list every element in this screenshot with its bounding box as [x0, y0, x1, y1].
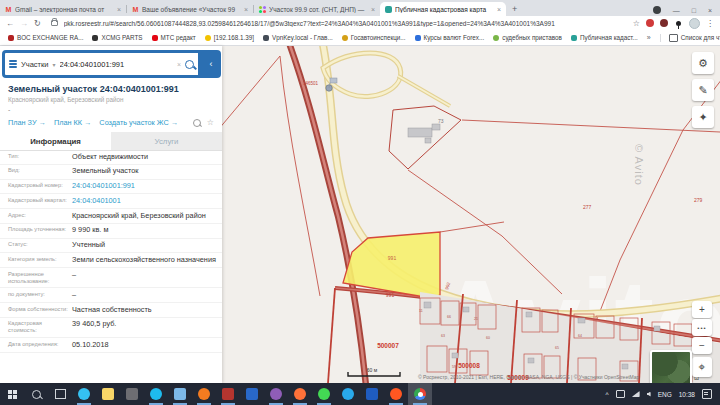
- zoom-in-button[interactable]: +: [692, 301, 712, 318]
- parcel-991-label: 991: [386, 292, 395, 298]
- network-icon[interactable]: [632, 391, 640, 397]
- attribute-row: Тип:Объект недвижимости: [0, 150, 222, 165]
- cadastral-map[interactable]: Avito: [222, 46, 720, 383]
- forward-button[interactable]: →: [20, 19, 28, 28]
- touchpad-icon[interactable]: [616, 390, 625, 398]
- taskbar-app-edge[interactable]: [72, 383, 96, 405]
- orange-app-icon: [198, 388, 210, 400]
- language-indicator[interactable]: ENG: [658, 391, 672, 398]
- browser-update-icon[interactable]: [653, 6, 661, 14]
- bookmark-item[interactable]: [192.168.1.39]: [205, 34, 254, 41]
- bookmark-item[interactable]: BOC EXCHANGE RA...: [8, 34, 83, 41]
- bookmark-star-icon[interactable]: ☆: [633, 19, 640, 28]
- address-bar: ← → ↻ pkk.rosreestr.ru/#/search/56.06061…: [0, 16, 720, 30]
- menu-icon[interactable]: [9, 60, 17, 68]
- taskbar-app-navy[interactable]: [360, 383, 384, 405]
- collapse-panel-button[interactable]: ‹: [201, 50, 221, 78]
- my-location-button[interactable]: ⌖: [692, 357, 712, 377]
- clear-search-icon[interactable]: ×: [177, 61, 181, 68]
- plan-zu-link[interactable]: План ЗУ →: [8, 118, 46, 127]
- tab-close-icon[interactable]: ×: [497, 6, 501, 13]
- tab-services[interactable]: Услуги: [111, 132, 222, 150]
- maximize-button[interactable]: □: [692, 7, 696, 14]
- speaker-icon[interactable]: [647, 392, 651, 397]
- minimize-button[interactable]: —: [673, 7, 680, 14]
- zoom-out-button[interactable]: −: [692, 337, 712, 354]
- extension-icon-maroon[interactable]: [660, 19, 668, 27]
- tab-gmail[interactable]: M Gmail – электронная почта от ×: [0, 2, 126, 16]
- taskbar-app-telegram[interactable]: [336, 383, 360, 405]
- measure-button[interactable]: ✎: [692, 79, 714, 101]
- bookmark-item[interactable]: Публичная кадаст...: [571, 34, 638, 41]
- bookmark-item[interactable]: VpnKey.local - Глав...: [263, 34, 333, 41]
- search-icon[interactable]: [185, 60, 194, 69]
- tab-information[interactable]: Информация: [0, 132, 111, 150]
- zoom-to-parcel-icon[interactable]: [193, 119, 201, 127]
- zoom-levels-button[interactable]: •••: [692, 319, 712, 336]
- parcel-subtitle: Красноярский край, Березовский район: [8, 96, 214, 103]
- tab-close-icon[interactable]: ×: [244, 6, 248, 13]
- clock[interactable]: 10:38: [679, 391, 695, 398]
- profile-avatar[interactable]: [689, 18, 700, 29]
- tab-close-icon[interactable]: ×: [371, 6, 375, 13]
- search-box[interactable]: Участки ▾ 24:04:0401001:991 ×: [2, 50, 201, 78]
- bookmark-favicon: [152, 35, 158, 41]
- taskbar-app-orange[interactable]: [192, 383, 216, 405]
- bookmark-item[interactable]: судебных приставов: [493, 34, 562, 41]
- extension-pin-icon[interactable]: [676, 21, 681, 26]
- start-button[interactable]: [0, 383, 24, 405]
- cadastral-number-link[interactable]: 24:04:0401001:991: [72, 182, 222, 191]
- taskbar-app-chrome[interactable]: [408, 383, 432, 405]
- browser-menu-icon[interactable]: ⋮: [706, 19, 714, 28]
- svg-text:11: 11: [419, 309, 423, 313]
- taskbar-app-red[interactable]: [216, 383, 240, 405]
- bookmark-item[interactable]: Госавтоинспекци...: [342, 34, 406, 41]
- extent-button[interactable]: ✦: [692, 106, 714, 128]
- reading-list-button[interactable]: Список для чтения: [660, 34, 720, 42]
- plan-kk-link[interactable]: План КК →: [54, 118, 91, 127]
- favorite-star-icon[interactable]: ☆: [207, 119, 214, 127]
- back-button[interactable]: ←: [6, 19, 14, 28]
- taskbar-app-whatsapp[interactable]: [312, 383, 336, 405]
- taskbar-app-yellow[interactable]: [96, 383, 120, 405]
- tab-avito-listing[interactable]: Участок 99.9 сот. (СНТ, ДНП) — ×: [254, 2, 380, 16]
- attribute-row: Кадастровый номер:24:04:0401001:991: [0, 180, 222, 195]
- bookmark-item[interactable]: Курсы валют Forex...: [415, 34, 485, 41]
- new-tab-button[interactable]: +: [512, 4, 517, 14]
- tab-avito-ad[interactable]: M Ваше объявление «Участок 99 ×: [127, 2, 253, 16]
- search-category-dropdown[interactable]: Участки: [21, 60, 49, 69]
- search-input[interactable]: 24:04:0401001:991: [60, 60, 173, 69]
- url-text[interactable]: pkk.rosreestr.ru/#/search/56.06061087444…: [64, 20, 627, 27]
- reload-button[interactable]: ↻: [34, 19, 41, 28]
- gmail-favicon: M: [132, 6, 139, 13]
- bookmark-item[interactable]: XCMG PARTS: [92, 34, 142, 41]
- taskbar-search-button[interactable]: [24, 383, 48, 405]
- layers-button[interactable]: ⚙: [692, 52, 714, 74]
- create-zhs-link[interactable]: Создать участок ЖС →: [99, 118, 178, 127]
- close-button[interactable]: ×: [708, 7, 712, 14]
- parcel-extra: -: [8, 106, 214, 113]
- tray-expand-icon[interactable]: ^: [606, 391, 609, 398]
- map-canvas[interactable]: Avito: [222, 46, 720, 383]
- file-explorer-icon: [174, 388, 186, 400]
- taskbar-app-ie[interactable]: [144, 383, 168, 405]
- tab-cadastral-map-active[interactable]: Публичная кадастровая карта ×: [380, 2, 506, 16]
- task-view-button[interactable]: [48, 383, 72, 405]
- bookmarks-overflow-chevron[interactable]: »: [647, 34, 651, 41]
- notification-center-icon[interactable]: [702, 389, 712, 399]
- basemap-satellite-thumbnail[interactable]: [650, 350, 692, 383]
- taskbar-app-firefox[interactable]: [288, 383, 312, 405]
- tab-close-icon[interactable]: ×: [117, 6, 121, 13]
- taskbar-app-viber[interactable]: [264, 383, 288, 405]
- panel-tabs: Информация Услуги: [0, 132, 222, 151]
- extension-icon-red[interactable]: [646, 19, 654, 27]
- avito-favicon: [259, 6, 266, 13]
- svg-text:60: 60: [486, 336, 490, 340]
- taskbar-app-store[interactable]: [120, 383, 144, 405]
- taskbar-app-ball[interactable]: [384, 383, 408, 405]
- bookmark-item[interactable]: МТС редакт: [152, 34, 196, 41]
- cadastral-quarter-link[interactable]: 24:04:0401001: [72, 197, 222, 206]
- taskbar-app-blue[interactable]: [240, 383, 264, 405]
- task-view-icon: [55, 389, 66, 399]
- taskbar-app-explorer[interactable]: [168, 383, 192, 405]
